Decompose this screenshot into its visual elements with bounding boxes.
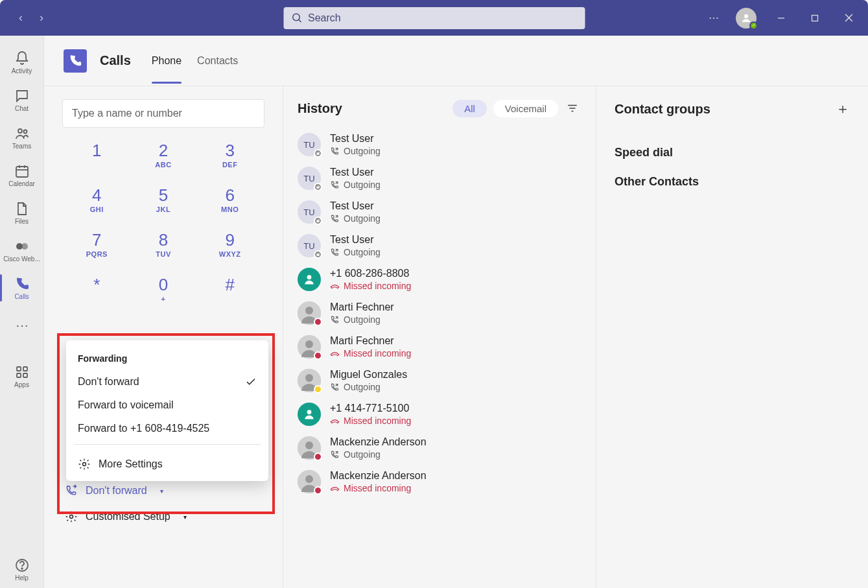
sidebar-item-activity[interactable]: Activity: [0, 43, 44, 81]
contact-group[interactable]: Speed dial: [615, 134, 850, 163]
dialpad-key-0[interactable]: 0+: [137, 275, 191, 303]
user-avatar[interactable]: [736, 8, 757, 29]
call-name: Test User: [330, 167, 381, 178]
title-bar: ‹ › Search ⋯: [0, 0, 868, 36]
filter-button[interactable]: [563, 99, 581, 117]
popup-title: Forwarding: [66, 349, 268, 370]
call-status: Outgoing: [330, 247, 381, 257]
call-list-item[interactable]: Marti FechnerMissed incoming: [298, 330, 581, 364]
sidebar-label: Calendar: [8, 180, 35, 187]
sidebar-item-calls[interactable]: Calls: [0, 269, 44, 307]
avatar: TU: [298, 167, 321, 190]
back-button[interactable]: ‹: [10, 8, 31, 29]
dialpad-key-4[interactable]: 4GHI: [70, 185, 124, 213]
svg-line-1: [298, 19, 301, 22]
tab-contacts[interactable]: Contacts: [197, 38, 238, 84]
svg-rect-18: [23, 373, 27, 377]
sidebar-item-apps[interactable]: Apps: [0, 357, 44, 395]
svg-point-14: [21, 243, 28, 250]
call-list-item[interactable]: TUTest UserOutgoing: [298, 128, 581, 161]
dialpad-key-3[interactable]: 3DEF: [203, 141, 257, 169]
avatar: [298, 436, 321, 460]
dialpad-key-5[interactable]: 5JKL: [137, 185, 191, 213]
svg-point-21: [83, 463, 86, 466]
more-button[interactable]: ⋯: [702, 12, 725, 24]
call-list-item[interactable]: Miguel GonzalesOutgoing: [298, 364, 581, 397]
call-name: Miguel Gonzales: [330, 369, 407, 381]
call-list-item[interactable]: Mackenzie AndersonMissed incoming: [298, 465, 581, 499]
avatar: TU: [298, 200, 321, 224]
app-rail: ActivityChatTeamsCalendarFilesCisco Web.…: [0, 36, 44, 588]
search-input[interactable]: Search: [283, 7, 585, 29]
call-name: +1 608-286-8808: [330, 268, 411, 279]
forwarding-option[interactable]: Forward to +1 608-419-4525: [66, 417, 268, 440]
presence-badge: [314, 351, 322, 360]
sidebar-label: Chat: [15, 105, 29, 112]
dialpad-key-*[interactable]: *: [70, 275, 124, 303]
tab-phone[interactable]: Phone: [152, 38, 182, 84]
sidebar-item-calendar[interactable]: Calendar: [0, 156, 44, 194]
forwarding-dropdown[interactable]: Don't forward ▾: [62, 478, 264, 504]
call-status: Missed incoming: [330, 483, 427, 493]
sidebar-more[interactable]: ⋯: [0, 307, 44, 344]
maximize-button[interactable]: [801, 4, 829, 32]
call-list-item[interactable]: TUTest UserOutgoing: [298, 161, 581, 195]
outgoing-call-icon: [330, 382, 340, 392]
sidebar-label: Activity: [12, 67, 32, 75]
outgoing-call-icon: [330, 214, 340, 224]
history-filter-voicemail[interactable]: Voicemail: [493, 100, 558, 117]
outgoing-call-icon: [330, 180, 340, 190]
check-icon: [245, 376, 257, 388]
presence-badge: [314, 453, 322, 461]
dialpad-key-#[interactable]: #: [203, 275, 257, 303]
outgoing-call-icon: [330, 248, 340, 257]
avatar: [298, 268, 321, 291]
call-list-item[interactable]: +1 608-286-8808Missed incoming: [298, 263, 581, 296]
sidebar-item-files[interactable]: Files: [0, 194, 44, 231]
svg-rect-17: [17, 373, 21, 377]
sidebar-item-cisco-web-[interactable]: Cisco Web...: [0, 231, 44, 269]
person-icon: [303, 408, 316, 421]
dialer-input[interactable]: Type a name or number: [62, 99, 264, 128]
dialpad-key-9[interactable]: 9WXYZ: [203, 230, 257, 258]
call-list-item[interactable]: +1 414-771-5100Missed incoming: [298, 397, 581, 431]
dialpad-key-7[interactable]: 7PQRS: [70, 230, 124, 258]
add-group-button[interactable]: ＋: [836, 99, 850, 119]
more-settings-item[interactable]: More Settings: [66, 449, 268, 472]
svg-point-7: [18, 129, 22, 133]
contact-group[interactable]: Other Contacts: [615, 163, 850, 193]
dialer-placeholder: Type a name or number: [72, 108, 182, 119]
close-button[interactable]: [834, 4, 863, 32]
sidebar-label: Teams: [12, 143, 31, 150]
phone-forward-icon: [65, 484, 78, 497]
dialpad-key-8[interactable]: 8TUV: [137, 230, 191, 258]
forwarding-option[interactable]: Don't forward: [66, 370, 268, 394]
sidebar-item-teams[interactable]: Teams: [0, 119, 44, 156]
call-list-item[interactable]: TUTest UserOutgoing: [298, 229, 581, 263]
customised-setup-label: Customised Setup: [86, 511, 170, 523]
forwarding-option[interactable]: Forward to voicemail: [66, 394, 268, 417]
forward-button[interactable]: ›: [31, 8, 52, 29]
call-status: Outgoing: [330, 180, 381, 190]
svg-rect-15: [17, 367, 21, 371]
calls-icon: [64, 49, 87, 73]
call-name: Test User: [330, 200, 381, 212]
dialpad-key-1[interactable]: 1: [70, 141, 124, 169]
gear-icon: [78, 458, 91, 471]
call-list-item[interactable]: TUTest UserOutgoing: [298, 195, 581, 229]
gear-icon: [65, 510, 78, 523]
call-list-item[interactable]: Mackenzie AndersonOutgoing: [298, 431, 581, 465]
minimize-button[interactable]: [767, 4, 795, 32]
sidebar-item-help[interactable]: Help: [0, 550, 44, 588]
svg-point-26: [307, 275, 312, 279]
call-list-item[interactable]: Marti FechnerOutgoing: [298, 296, 581, 330]
sidebar-item-chat[interactable]: Chat: [0, 81, 44, 119]
dialpad-key-6[interactable]: 6MNO: [203, 185, 257, 213]
dialpad: 1 2ABC3DEF4GHI5JKL6MNO7PQRS8TUV9WXYZ* 0+…: [62, 141, 264, 303]
dialpad-key-2[interactable]: 2ABC: [137, 141, 191, 169]
avatar: [298, 369, 321, 392]
customised-setup-dropdown[interactable]: Customised Setup ▾: [62, 504, 264, 530]
svg-rect-9: [16, 167, 28, 177]
history-filter-all[interactable]: All: [452, 100, 487, 117]
outgoing-call-icon: [330, 315, 340, 325]
